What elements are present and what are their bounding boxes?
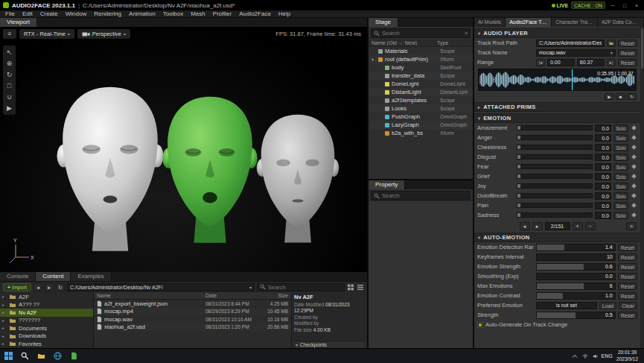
slider-handle[interactable] [517, 145, 520, 149]
reset-button[interactable]: Reset [618, 273, 637, 280]
tab-a2f-data-conver-[interactable]: A2F Data Conver... [598, 18, 644, 27]
track-name-reset-button[interactable]: Reset [618, 49, 637, 57]
move-tool-icon[interactable]: ⊕ [4, 59, 14, 68]
keyframe-icon[interactable] [631, 124, 637, 131]
file-row[interactable]: mocap.mp408/29/2023 8:29 PM10.45 MB [94, 308, 291, 316]
tab-examples[interactable]: Examples [71, 272, 111, 281]
emotion-value[interactable]: 0.0 [595, 192, 611, 200]
emotion-slider[interactable] [517, 135, 593, 140]
stage-row[interactable]: transfer_dataScope [369, 72, 473, 80]
stage-row[interactable]: LooksScope [369, 104, 473, 113]
range-end-field[interactable]: 60.37 [577, 59, 605, 66]
search-icon[interactable] [16, 349, 33, 363]
expander-icon[interactable]: ▾ [372, 57, 376, 62]
scrollbar-thumb[interactable] [641, 28, 643, 69]
audio-waveform[interactable]: 0:35.95 | 1:00.37 [478, 69, 637, 91]
solo-button[interactable]: Solo [613, 212, 628, 219]
folder-item[interactable]: ▸??????? [0, 317, 93, 325]
emotion-value[interactable]: 0.0 [595, 124, 611, 132]
auto-generate-checkbox[interactable] [477, 322, 483, 328]
taskbar-clock[interactable]: 20:01:39 2023/9/12 [613, 350, 642, 362]
grid-view-icon[interactable] [347, 284, 354, 291]
emotion-slider[interactable] [517, 212, 593, 218]
solo-button[interactable]: Solo [613, 192, 628, 200]
camera-selector[interactable]: Perspective ▾ [77, 29, 130, 39]
stage-row[interactable]: a2f1templatesScope [369, 96, 473, 104]
menu-audio2face[interactable]: Audio2Face [235, 10, 275, 18]
tab-property[interactable]: Property [369, 180, 405, 189]
range-start-icon[interactable]: |◂ [536, 59, 545, 66]
cache-indicator[interactable]: CACHE : ON [571, 1, 605, 9]
emotion-value[interactable]: 0.0 [595, 163, 611, 171]
stage-row[interactable]: DomeLightDomeLight [369, 80, 473, 88]
emotion-value[interactable]: 0.0 [595, 202, 611, 209]
nav-forward-icon[interactable]: ▸ [45, 283, 54, 291]
stage-row[interactable]: b2a_with_bsXform [369, 129, 473, 137]
solo-button[interactable]: Solo [613, 134, 628, 142]
tab-stage[interactable]: Stage [369, 18, 398, 27]
minimize-icon[interactable]: ─ [608, 3, 617, 8]
reset-button[interactable]: Reset [618, 244, 637, 251]
live-indicator[interactable]: LIVE [552, 3, 569, 8]
viewport-menu-icon[interactable]: ≡ [3, 29, 16, 39]
menu-window[interactable]: Window [62, 10, 90, 18]
emotion-slider[interactable] [517, 145, 593, 150]
solo-button[interactable]: Solo [613, 154, 628, 161]
emotion-slider[interactable] [517, 203, 593, 208]
snap-tool-icon[interactable]: ∪ [4, 92, 14, 101]
slider-handle[interactable] [517, 126, 520, 130]
checkpoints-header[interactable]: ▾ Checkpoints [294, 341, 365, 348]
emotion-value[interactable]: 0.0 [595, 144, 611, 151]
keyframe-counter[interactable]: 2/151 [545, 222, 570, 230]
strength-slider[interactable]: 0.5 [536, 312, 616, 319]
menu-file[interactable]: File [1, 10, 19, 18]
solo-button[interactable]: Solo [613, 144, 628, 151]
track-root-path-reset-button[interactable]: Reset [618, 40, 637, 47]
rotate-tool-icon[interactable]: ↻ [4, 70, 14, 79]
emotion-slider[interactable] [517, 154, 593, 160]
prev-keyframe-icon[interactable]: ◂ [520, 222, 530, 230]
reset-button[interactable]: Reset [618, 282, 637, 290]
strength-reset-button[interactable]: Reset [618, 312, 637, 319]
emotion-value[interactable]: 0.0 [595, 212, 611, 219]
maximize-icon[interactable]: □ [620, 3, 629, 8]
nav-back-icon[interactable]: ◂ [34, 283, 42, 291]
emotion-value[interactable]: 0.0 [595, 173, 611, 180]
menu-rendering[interactable]: Rendering [90, 10, 125, 18]
keyframe-icon[interactable] [631, 202, 637, 209]
stage-row[interactable]: LazyGraphOmniGraph [369, 121, 473, 129]
slider-handle[interactable] [517, 213, 520, 217]
add-keyframe-icon[interactable]: + [573, 222, 583, 230]
content-search-input[interactable]: Search [257, 283, 345, 291]
slider-handle[interactable] [517, 155, 520, 159]
tab-console[interactable]: Console [0, 272, 36, 281]
list-view-icon[interactable] [357, 284, 364, 291]
section-emotion[interactable]: ▾ EMOTION [474, 113, 640, 123]
edge-icon[interactable] [49, 349, 66, 363]
next-keyframe-icon[interactable]: ▸ [532, 222, 543, 230]
folder-item[interactable]: ▸Nv A2F [0, 309, 93, 317]
stage-column-headers[interactable]: Name (Old → New) Type [369, 40, 473, 47]
preferred-emotion-field[interactable]: is not set [536, 302, 597, 309]
reset-button[interactable]: Reset [618, 292, 637, 300]
emotion-slider[interactable] [517, 125, 593, 130]
viewport-3d[interactable]: ≡ RTX - Real-Time ▾ Perspective ▾ FPS: 3… [0, 27, 367, 272]
file-list-header[interactable]: Name Date Size [94, 292, 291, 300]
keyframe-icon[interactable] [631, 192, 637, 199]
menu-animation[interactable]: Animation [125, 10, 159, 18]
network-icon[interactable] [580, 349, 590, 363]
slider-handle[interactable] [517, 194, 520, 198]
folder-item[interactable]: ▸A2F [0, 293, 93, 301]
ime-indicator[interactable]: ENG [601, 353, 613, 359]
close-icon[interactable]: × [632, 3, 641, 8]
reset-button[interactable]: Reset [618, 253, 637, 261]
keyframe-icon[interactable] [631, 183, 637, 189]
path-field[interactable]: C:/Users/Administrator/Desktop/Nv A2F/ ▾ [67, 283, 255, 291]
scale-tool-icon[interactable]: □ [4, 81, 14, 90]
menu-profiler[interactable]: Profiler [209, 10, 235, 18]
keyframe-icon[interactable] [631, 154, 637, 160]
auto-emotion-slider[interactable]: 6 [536, 282, 616, 290]
range-start-field[interactable]: 0.00 [547, 59, 575, 66]
menu-edit[interactable]: Edit [19, 10, 36, 18]
solo-button[interactable]: Solo [613, 173, 628, 180]
